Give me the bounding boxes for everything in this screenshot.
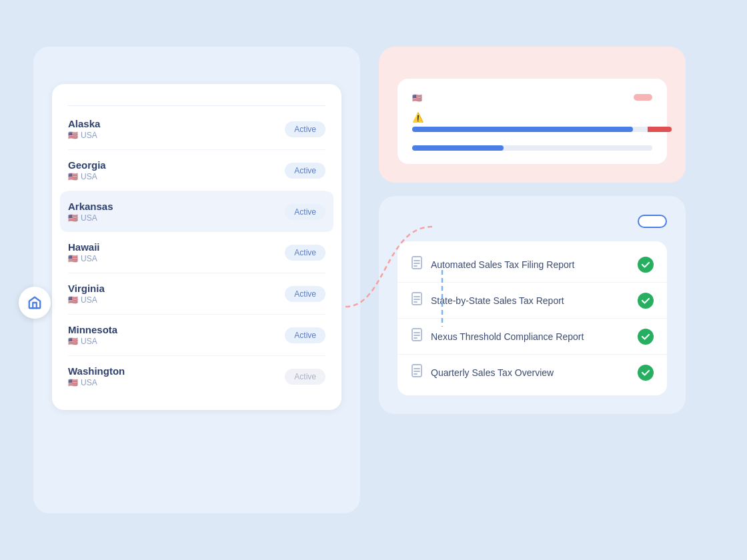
location-name: Arkansas [68,201,113,212]
orders-progress-bg [412,145,652,151]
location-name: Washington [68,365,125,377]
location-info: Georgia 🇺🇸 USA [68,159,106,181]
status-badge: Active [285,327,325,343]
document-icon [411,292,423,309]
metric-orders [412,141,652,151]
metric-sales-label-row: ⚠️ [412,112,652,123]
location-country: 🇺🇸 USA [68,337,117,346]
svg-rect-8 [412,329,422,341]
sales-overshoot [648,127,672,132]
table-card: Alaska 🇺🇸 USA Active Georgia 🇺🇸 USA Acti… [52,84,341,410]
location-country: 🇺🇸 USA [68,172,106,181]
svg-rect-4 [412,293,422,305]
table-row[interactable]: Washington 🇺🇸 USA Active [68,356,325,397]
threshold-state-country: 🇺🇸 [412,93,425,103]
status-badge: Active [285,163,325,179]
tax-exposed-badge [634,94,652,101]
document-icon [411,364,423,381]
report-left: State-by-State Sales Tax Report [411,292,564,309]
status-badge: Active [285,369,325,385]
status-badge: Active [285,286,325,302]
check-icon [638,365,654,381]
report-row[interactable]: Nexus Threshold Compliance Report [398,319,667,355]
orders-progress-fill [412,145,504,151]
table-row[interactable]: Alaska 🇺🇸 USA Active [68,109,325,150]
report-left: Nexus Threshold Compliance Report [411,328,584,345]
report-row[interactable]: State-by-State Sales Tax Report [398,283,667,319]
reports-header [398,215,667,228]
document-icon [411,328,423,345]
table-row[interactable]: Georgia 🇺🇸 USA Active [68,150,325,191]
report-name: Nexus Threshold Compliance Report [431,331,584,342]
location-country: 🇺🇸 USA [68,254,100,263]
report-row[interactable]: Automated Sales Tax Filing Report [398,247,667,283]
location-name: Minnesota [68,324,117,335]
status-badge: Active [285,245,325,261]
reports-rows-container: Automated Sales Tax Filing Report State-… [398,247,667,390]
svg-rect-0 [412,257,422,269]
right-panel: 🇺🇸 ⚠️ [379,47,686,414]
table-rows-container: Alaska 🇺🇸 USA Active Georgia 🇺🇸 USA Acti… [68,109,325,397]
warning-icon: ⚠️ [412,112,424,123]
main-container: Alaska 🇺🇸 USA Active Georgia 🇺🇸 USA Acti… [33,47,714,513]
reports-inner: Automated Sales Tax Filing Report State-… [398,241,667,395]
location-country: 🇺🇸 USA [68,213,113,223]
report-name: Automated Sales Tax Filing Report [431,259,574,270]
metric-sales: ⚠️ [412,112,652,132]
location-info: Washington 🇺🇸 USA [68,365,125,387]
table-row[interactable]: Minnesota 🇺🇸 USA Active [68,315,325,356]
table-row[interactable]: Virginia 🇺🇸 USA Active [68,273,325,315]
location-info: Hawaii 🇺🇸 USA [68,241,100,263]
table-row[interactable]: Hawaii 🇺🇸 USA Active [68,232,325,273]
status-badge: Active [285,204,325,220]
home-icon-circle[interactable] [19,287,51,319]
report-name: Quarterly Sales Tax Overview [431,367,554,378]
location-name: Virginia [68,283,105,294]
report-left: Quarterly Sales Tax Overview [411,364,554,381]
metric-sales-label: ⚠️ [412,112,428,123]
status-badge: Active [285,121,325,137]
report-name: State-by-State Sales Tax Report [431,295,564,306]
download-all-button[interactable] [638,215,667,228]
threshold-inner: 🇺🇸 ⚠️ [398,79,667,164]
report-row[interactable]: Quarterly Sales Tax Overview [398,355,667,390]
location-country: 🇺🇸 USA [68,295,105,305]
location-name: Alaska [68,118,100,129]
location-info: Minnesota 🇺🇸 USA [68,324,117,346]
table-header [68,97,325,106]
threshold-state-row: 🇺🇸 [412,92,652,103]
table-row[interactable]: Arkansas 🇺🇸 USA Active [60,191,333,232]
threshold-card: 🇺🇸 ⚠️ [379,47,686,183]
location-info: Virginia 🇺🇸 USA [68,283,105,305]
svg-rect-12 [412,365,422,377]
report-left: Automated Sales Tax Filing Report [411,256,574,273]
left-panel: Alaska 🇺🇸 USA Active Georgia 🇺🇸 USA Acti… [33,47,360,513]
location-info: Arkansas 🇺🇸 USA [68,201,113,223]
sales-progress-fill [412,127,633,132]
reports-card: Automated Sales Tax Filing Report State-… [379,196,686,414]
check-icon [638,329,654,345]
document-icon [411,256,423,273]
location-country: 🇺🇸 USA [68,131,100,140]
location-info: Alaska 🇺🇸 USA [68,118,100,140]
check-icon [638,257,654,273]
sales-progress-bg [412,127,652,132]
location-name: Hawaii [68,241,100,253]
location-name: Georgia [68,159,106,171]
check-icon [638,293,654,309]
location-country: 🇺🇸 USA [68,378,125,387]
